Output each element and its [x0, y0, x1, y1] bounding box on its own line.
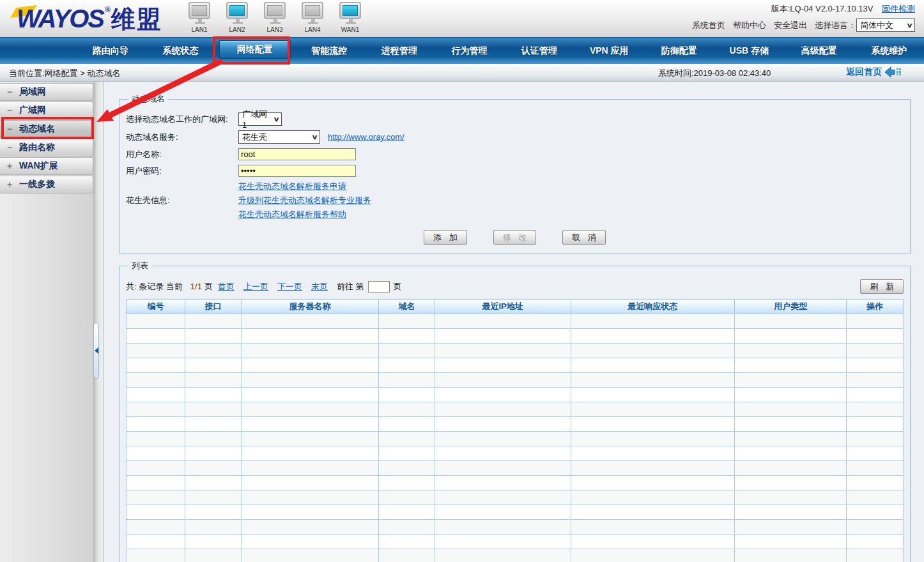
- port-label: LAN3: [262, 26, 288, 33]
- table-row: [127, 535, 904, 549]
- collapse-icon: −: [0, 87, 19, 97]
- ddns-table: 编号 接口 服务器名称 域名 最近IP地址 最近响应状态 用户类型 操作: [126, 299, 904, 562]
- table-row: [127, 417, 904, 432]
- nav-item-route-wizard[interactable]: 路由向导: [75, 38, 146, 64]
- table-row: [127, 388, 904, 402]
- col-header-iface: 接口: [185, 300, 242, 314]
- main-nav: 路由向导 系统状态 网络配置 智能流控 进程管理 行为管理 认证管理 VPN 应…: [0, 37, 924, 64]
- chevron-down-icon: ∨: [273, 116, 279, 123]
- chevron-down-icon: ∨: [311, 133, 318, 140]
- sidebar-item-ddns[interactable]: − 动态域名: [0, 120, 93, 138]
- nav-item-flow-control[interactable]: 智能流控: [295, 38, 365, 64]
- oray-link[interactable]: http://www.oray.com/: [328, 132, 404, 142]
- sidebar-item-wan[interactable]: − 广域网: [0, 102, 93, 119]
- breadcrumb: 当前位置:网络配置 > 动态域名: [9, 68, 120, 79]
- port-LAN2: LAN2: [224, 2, 250, 33]
- wayos-logo: WAYOS ® 维盟: [17, 4, 162, 34]
- ddns-legend: 动态域名: [128, 93, 168, 105]
- nav-item-usb-storage[interactable]: USB 存储: [714, 38, 785, 64]
- nav-item-defense-config[interactable]: 防御配置: [644, 38, 714, 64]
- collapse-icon: −: [0, 105, 19, 116]
- monitor-icon: [264, 2, 286, 19]
- monitor-icon: [226, 2, 248, 19]
- ddns-service-select[interactable]: 花生壳 ∨: [238, 130, 320, 144]
- last-page-link[interactable]: 末页: [311, 281, 328, 292]
- expand-icon: +: [0, 161, 19, 171]
- port-LAN1: LAN1: [187, 2, 212, 33]
- nav-item-system-maint[interactable]: 系统维护: [854, 38, 924, 64]
- nav-item-network-config[interactable]: 网络配置: [219, 40, 291, 59]
- ddns-fieldset: 动态域名 选择动态域名工作的广域网: 广域网1 ∨ 动态域名服务: 花生壳 ∨ …: [119, 93, 911, 254]
- refresh-button[interactable]: 刷 新: [860, 279, 904, 294]
- language-select[interactable]: 简体中文 ∨: [856, 19, 915, 32]
- nav-item-auth-mgmt[interactable]: 认证管理: [504, 38, 574, 64]
- nav-item-process-mgmt[interactable]: 进程管理: [364, 38, 435, 64]
- oray-help-link[interactable]: 花生壳动态域名解析服务帮助: [238, 209, 371, 220]
- prev-page-link[interactable]: 上一页: [243, 281, 268, 292]
- table-row: [127, 402, 904, 417]
- oray-upgrade-link[interactable]: 升级到花生壳动态域名解析专业服务: [238, 195, 371, 206]
- collapse-icon: −: [0, 124, 19, 134]
- header-right: 版本:LQ-04 V2.0-17.10.13V 固件检测 系统首页 帮助中心 安…: [692, 3, 915, 32]
- add-button[interactable]: 添 加: [424, 230, 467, 245]
- header: WAYOS ® 维盟 LAN1 LAN2 LAN3 L: [0, 0, 924, 37]
- sidebar-splitter-handle[interactable]: [93, 323, 99, 379]
- collapse-left-icon: [95, 347, 98, 354]
- nav-item-behavior-mgmt[interactable]: 行为管理: [435, 38, 505, 64]
- wan-select-label: 选择动态域名工作的广域网:: [126, 114, 238, 125]
- port-WAN1: WAN1: [337, 2, 363, 33]
- language-label: 选择语言：: [815, 20, 856, 31]
- collapse-icon: −: [0, 142, 19, 153]
- oray-apply-link[interactable]: 花生壳动态域名解析服务申请: [238, 181, 371, 192]
- table-row: [127, 432, 904, 446]
- firmware-check-link[interactable]: 固件检测: [882, 4, 915, 13]
- col-header-usertype: 用户类型: [735, 300, 847, 314]
- col-header-id: 编号: [127, 300, 185, 314]
- table-row: [127, 446, 904, 461]
- logo-cn-text: 维盟: [111, 4, 162, 34]
- first-page-link[interactable]: 首页: [218, 281, 235, 292]
- nav-item-system-status[interactable]: 系统状态: [146, 38, 216, 64]
- next-page-link[interactable]: 下一页: [277, 281, 302, 292]
- router-admin-page: WAYOS ® 维盟 LAN1 LAN2 LAN3 L: [0, 0, 924, 562]
- service-select-label: 动态域名服务:: [126, 132, 238, 143]
- goto-page-unit: 页: [394, 281, 402, 292]
- home-menu-link[interactable]: 系统首页: [692, 20, 725, 31]
- logout-menu-link[interactable]: 安全退出: [774, 20, 807, 31]
- monitor-icon: [302, 2, 323, 19]
- username-input[interactable]: [238, 148, 356, 160]
- chevron-down-icon: ∨: [906, 22, 912, 29]
- sidebar-item-lan[interactable]: − 局域网: [0, 83, 93, 101]
- port-label: LAN4: [300, 26, 325, 33]
- col-header-domain: 域名: [379, 300, 435, 314]
- col-header-status: 最近响应状态: [571, 300, 735, 314]
- sidebar-item-wan-extend[interactable]: + WAN扩展: [0, 157, 93, 175]
- col-header-ip: 最近IP地址: [435, 300, 571, 314]
- cancel-button[interactable]: 取 消: [562, 230, 606, 245]
- goto-page-input[interactable]: [368, 281, 390, 292]
- table-row: [127, 490, 904, 505]
- sidebar-item-router-name[interactable]: − 路由名称: [0, 139, 93, 156]
- sidebar-item-multi-dial[interactable]: + 一线多拨: [0, 176, 93, 194]
- pagination: 共: 条记录 当前 1/1 页 首页 上一页 下一页 末页 前往 第 页 刷 新: [126, 279, 904, 294]
- nav-item-vpn-app[interactable]: VPN 应用: [574, 38, 645, 64]
- table-row: [127, 505, 904, 520]
- table-header-row: 编号 接口 服务器名称 域名 最近IP地址 最近响应状态 用户类型 操作: [127, 300, 904, 314]
- modify-button: 修 改: [493, 230, 537, 245]
- main-content: 动态域名 选择动态域名工作的广域网: 广域网1 ∨ 动态域名服务: 花生壳 ∨ …: [104, 82, 924, 562]
- nav-item-advanced-config[interactable]: 高级配置: [784, 38, 854, 64]
- back-home-arrow-icon: [884, 66, 902, 78]
- col-header-action: 操作: [847, 300, 904, 314]
- sidebar-gutter: [93, 82, 104, 562]
- oray-info-label: 花生壳信息:: [126, 195, 238, 206]
- home-link[interactable]: 返回首页: [846, 66, 902, 78]
- help-menu-link[interactable]: 帮助中心: [733, 20, 766, 31]
- table-row: [127, 314, 904, 329]
- record-count-text: 共: 条记录 当前: [126, 281, 183, 292]
- password-input[interactable]: [238, 165, 356, 177]
- wan-select[interactable]: 广域网1 ∨: [238, 112, 282, 126]
- table-row: [127, 520, 904, 535]
- port-label: LAN1: [187, 26, 212, 33]
- table-row: [127, 461, 904, 476]
- col-header-server: 服务器名称: [241, 300, 378, 314]
